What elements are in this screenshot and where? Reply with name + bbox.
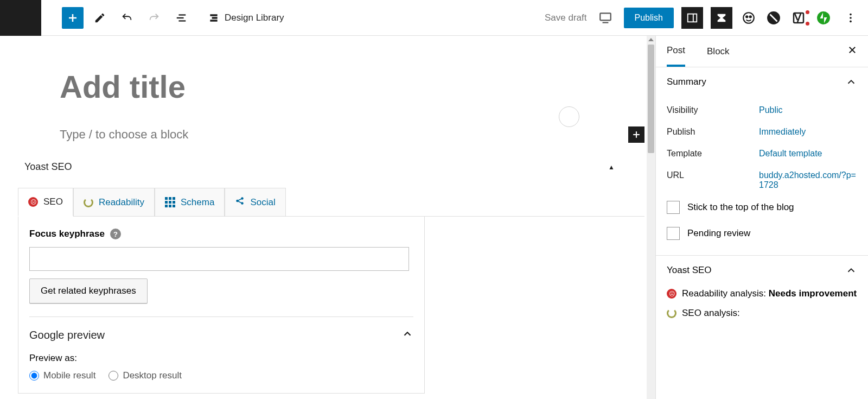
- seo-analysis-row[interactable]: SEO analysis:: [667, 303, 857, 323]
- svg-point-18: [850, 13, 852, 15]
- sad-face-icon: ☹: [28, 197, 38, 207]
- undo-button[interactable]: [116, 7, 138, 29]
- mobile-result-option[interactable]: Mobile result: [29, 370, 95, 381]
- summary-toggle[interactable]: Summary: [667, 76, 857, 88]
- toolbar-left: Design Library: [0, 0, 284, 36]
- publish-value[interactable]: Immediately: [759, 127, 806, 137]
- svg-point-11: [750, 16, 751, 17]
- stick-to-top-row[interactable]: Stick to the top of the blog: [667, 194, 857, 220]
- tools-button[interactable]: [89, 7, 111, 29]
- visibility-value[interactable]: Public: [759, 105, 783, 115]
- pending-checkbox[interactable]: [667, 227, 680, 240]
- patterns-button[interactable]: [559, 106, 579, 127]
- tab-schema[interactable]: Schema: [155, 188, 225, 216]
- share-icon: [235, 196, 245, 208]
- readability-analysis-row[interactable]: ☹ Readability analysis: Needs improvemen…: [667, 284, 857, 303]
- post-title-input[interactable]: [60, 68, 505, 105]
- chevron-up-icon: [845, 264, 857, 276]
- editor-area: Type / to choose a block Yoast SEO ▲ ☹ S…: [0, 36, 655, 399]
- tab-seo[interactable]: ☹ SEO: [18, 188, 73, 217]
- tab-seo-label: SEO: [43, 197, 63, 207]
- tab-readability[interactable]: Readability: [73, 188, 155, 216]
- scrollbar-thumb[interactable]: [648, 45, 654, 153]
- tab-social[interactable]: Social: [225, 188, 285, 216]
- chevron-up-icon: [401, 328, 413, 342]
- plus-icon: [66, 11, 79, 24]
- chevron-up-icon: [845, 76, 857, 88]
- options-menu-button[interactable]: [840, 7, 861, 29]
- plugin-monster-button[interactable]: [740, 9, 757, 27]
- block-icon: [767, 11, 781, 25]
- toolbar-right: Save draft Publish: [545, 7, 861, 29]
- tab-readability-label: Readability: [99, 197, 144, 208]
- plugin-block-button[interactable]: [765, 9, 782, 27]
- svg-point-19: [850, 17, 852, 19]
- yoast-panel-toggle[interactable]: Yoast SEO ▲: [24, 154, 644, 180]
- add-block-inline-button[interactable]: [628, 126, 644, 143]
- pending-review-row[interactable]: Pending review: [667, 220, 857, 246]
- document-overview-button[interactable]: [170, 7, 192, 29]
- settings-sidebar-button[interactable]: [681, 7, 703, 29]
- yoast-seo-content: Focus keyphrase ? Get related keyphrases…: [18, 217, 425, 394]
- tab-social-label: Social: [250, 197, 275, 208]
- spinner-icon: [667, 308, 676, 318]
- svg-point-15: [817, 11, 830, 24]
- save-draft-button[interactable]: Save draft: [545, 12, 587, 23]
- google-preview-toggle[interactable]: Google preview: [29, 316, 413, 342]
- yoast-sidebar-toggle[interactable]: Yoast SEO: [667, 264, 857, 276]
- block-row: Type / to choose a block: [60, 126, 644, 143]
- readability-status: Needs improvement: [769, 288, 857, 299]
- plugin-yoast-button[interactable]: [790, 9, 807, 27]
- desktop-radio[interactable]: [108, 371, 118, 381]
- yoast-panel-title: Yoast SEO: [24, 161, 72, 173]
- desktop-result-option[interactable]: Desktop result: [108, 370, 182, 381]
- design-lib-icon: [208, 12, 219, 23]
- url-value[interactable]: buddy.a2hosted.com/?p=1728: [759, 170, 857, 190]
- template-label: Template: [667, 149, 759, 159]
- yoast-icon: [792, 11, 805, 24]
- mobile-radio[interactable]: [29, 371, 39, 381]
- plugin-jetpack-button[interactable]: [815, 9, 832, 27]
- get-related-keyphrases-button[interactable]: Get related keyphrases: [29, 278, 148, 303]
- svg-point-10: [746, 16, 748, 17]
- chevron-up-icon: ▲: [608, 163, 615, 171]
- kadence-button[interactable]: [711, 7, 732, 29]
- svg-line-27: [238, 201, 241, 203]
- preview-as-label: Preview as:: [29, 353, 413, 364]
- sidebar-tab-post[interactable]: Post: [667, 36, 685, 67]
- visibility-label: Visibility: [667, 105, 759, 115]
- redo-icon: [148, 12, 160, 24]
- stick-label: Stick to the top of the blog: [687, 202, 794, 213]
- publish-button[interactable]: Publish: [624, 8, 674, 28]
- help-icon[interactable]: ?: [110, 229, 121, 239]
- sidebar-tabs: Post Block: [656, 36, 868, 67]
- yoast-sidebar-title: Yoast SEO: [667, 265, 845, 276]
- stick-checkbox[interactable]: [667, 201, 680, 214]
- sidebar-icon: [686, 12, 698, 24]
- yoast-sidebar-section: Yoast SEO ☹ Readability analysis: Needs …: [656, 256, 868, 332]
- svg-rect-7: [688, 14, 697, 22]
- close-sidebar-button[interactable]: [847, 45, 857, 58]
- plus-icon: [631, 129, 642, 140]
- redo-button[interactable]: [143, 7, 165, 29]
- sidebar-tab-block[interactable]: Block: [707, 37, 730, 66]
- seo-analysis-label: SEO analysis:: [682, 308, 740, 319]
- focus-keyphrase-input[interactable]: [29, 247, 409, 271]
- settings-sidebar: Post Block Summary Visibility Public Pub…: [655, 36, 868, 399]
- block-placeholder-text[interactable]: Type / to choose a block: [60, 128, 238, 142]
- publish-label: Publish: [667, 127, 759, 137]
- desktop-icon: [598, 11, 612, 25]
- undo-icon: [121, 12, 133, 24]
- readability-label: Readability analysis:: [682, 288, 766, 299]
- add-block-button[interactable]: [62, 7, 84, 29]
- svg-line-26: [238, 199, 241, 200]
- design-library-button[interactable]: Design Library: [208, 12, 284, 23]
- svg-point-9: [743, 12, 754, 23]
- wp-logo-button[interactable]: [0, 0, 41, 36]
- design-library-label: Design Library: [225, 12, 284, 23]
- svg-rect-5: [600, 13, 611, 20]
- scrollbar[interactable]: [647, 36, 655, 399]
- template-value[interactable]: Default template: [759, 149, 822, 159]
- preview-button[interactable]: [595, 7, 616, 29]
- grid-icon: [165, 197, 175, 207]
